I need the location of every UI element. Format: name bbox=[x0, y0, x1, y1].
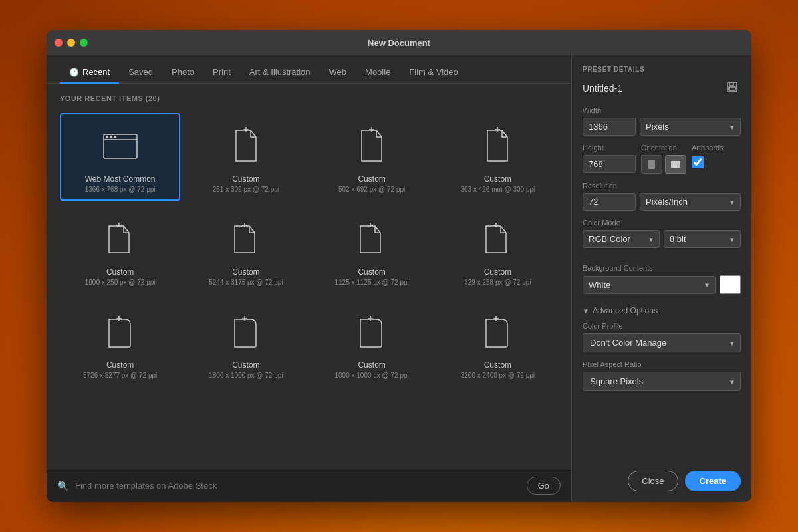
preset-icon-6 bbox=[348, 215, 395, 262]
preset-size-4: 1000 x 250 px @ 72 ppi bbox=[85, 279, 156, 286]
preset-item-5[interactable]: Custom 5244 x 3175 px @ 72 ppi bbox=[186, 206, 306, 294]
tab-print[interactable]: Print bbox=[203, 62, 240, 84]
color-mode-select[interactable]: RGB Color CMYK Color Grayscale Lab Color… bbox=[583, 230, 660, 248]
preset-icon-10 bbox=[348, 309, 395, 355]
preset-icon-11 bbox=[474, 309, 521, 355]
preset-icon-8 bbox=[97, 309, 144, 355]
preset-name-2: Custom bbox=[358, 174, 385, 184]
preset-icon-9 bbox=[223, 309, 269, 355]
preset-size-8: 5726 x 8277 px @ 72 ppi bbox=[83, 372, 157, 379]
preset-item-11[interactable]: Custom 3200 x 2400 px @ 72 ppi bbox=[438, 299, 558, 387]
preset-size-9: 1800 x 1000 px @ 72 ppi bbox=[209, 372, 283, 379]
search-bar: 🔍 Go bbox=[47, 469, 571, 502]
preset-name-8: Custom bbox=[106, 360, 134, 370]
preset-item-4[interactable]: Custom 1000 x 250 px @ 72 ppi bbox=[60, 206, 180, 294]
preset-item-9[interactable]: Custom 1800 x 1000 px @ 72 ppi bbox=[186, 299, 306, 387]
width-input[interactable] bbox=[583, 118, 636, 136]
tab-mobile-label: Mobile bbox=[365, 67, 390, 77]
tab-recent-label: Recent bbox=[82, 67, 110, 77]
height-input[interactable] bbox=[583, 155, 636, 173]
resolution-label: Resolution bbox=[583, 182, 741, 190]
svg-point-2 bbox=[106, 136, 108, 138]
preset-item-10[interactable]: Custom 1000 x 1000 px @ 72 ppi bbox=[312, 299, 432, 387]
tab-saved[interactable]: Saved bbox=[119, 62, 162, 84]
search-input[interactable] bbox=[75, 481, 520, 491]
bg-contents-select[interactable]: White Black Transparent Background Color… bbox=[583, 276, 716, 294]
titlebar: New Document bbox=[47, 30, 751, 55]
recent-area: YOUR RECENT ITEMS (20) bbox=[47, 84, 571, 469]
tab-saved-label: Saved bbox=[128, 67, 153, 77]
section-title: YOUR RECENT ITEMS (20) bbox=[60, 94, 558, 102]
preset-size-2: 502 x 692 px @ 72 ppi bbox=[338, 186, 405, 193]
tab-web[interactable]: Web bbox=[320, 62, 356, 84]
close-traffic-light[interactable] bbox=[55, 39, 63, 47]
preset-details-label: PRESET DETAILS bbox=[583, 66, 741, 73]
tab-photo-label: Photo bbox=[172, 67, 194, 77]
pixel-aspect-select[interactable]: Square Pixels D1/DV NTSC (0.9091) D1/DV … bbox=[583, 372, 741, 391]
tab-photo[interactable]: Photo bbox=[162, 62, 203, 84]
advanced-options-toggle[interactable]: ▼ Advanced Options bbox=[583, 306, 741, 315]
close-button[interactable]: Close bbox=[628, 471, 678, 491]
preset-item-0[interactable]: Web Most Common 1366 x 768 px @ 72 ppi bbox=[60, 113, 180, 201]
advanced-chevron-icon: ▼ bbox=[583, 307, 589, 315]
portrait-button[interactable] bbox=[641, 155, 662, 174]
resolution-field: Resolution Pixels/Inch Pixels/Centimeter… bbox=[583, 182, 741, 211]
width-unit-select[interactable]: Pixels Inches Centimeters Millimeters bbox=[640, 118, 741, 136]
preset-item-3[interactable]: Custom 303 x 426 mm @ 300 ppi bbox=[438, 113, 558, 201]
preset-item-1[interactable]: Custom 261 x 309 px @ 72 ppi bbox=[186, 113, 306, 201]
right-panel: PRESET DETAILS Untitled-1 Width bbox=[572, 55, 751, 502]
preset-size-3: 303 x 426 mm @ 300 ppi bbox=[460, 186, 535, 193]
bg-color-swatch[interactable] bbox=[720, 275, 741, 294]
preset-icon-2 bbox=[348, 122, 395, 169]
preset-name-1: Custom bbox=[232, 174, 259, 184]
preset-item-7[interactable]: Custom 329 x 258 px @ 72 ppi bbox=[438, 206, 558, 294]
new-document-window: New Document 🕐 Recent Saved Photo Print bbox=[47, 30, 751, 502]
preset-name-4: Custom bbox=[106, 267, 134, 277]
tab-art[interactable]: Art & Illustration bbox=[240, 62, 320, 84]
tab-film[interactable]: Film & Video bbox=[400, 62, 467, 84]
preset-name-0: Web Most Common bbox=[85, 174, 156, 184]
create-button[interactable]: Create bbox=[685, 471, 741, 491]
tab-print-label: Print bbox=[213, 67, 231, 77]
color-profile-select[interactable]: Don't Color Manage sRGB IEC61966-2.1 Ado… bbox=[583, 333, 741, 352]
preset-item-8[interactable]: Custom 5726 x 8277 px @ 72 ppi bbox=[60, 299, 180, 387]
preset-size-0: 1366 x 768 px @ 72 ppi bbox=[85, 186, 156, 193]
preset-name-10: Custom bbox=[358, 360, 385, 370]
tab-mobile[interactable]: Mobile bbox=[356, 62, 400, 84]
preset-name-field: Untitled-1 bbox=[583, 83, 622, 94]
height-orient-row: Height Orientation bbox=[583, 144, 741, 174]
go-button[interactable]: Go bbox=[527, 477, 561, 495]
resolution-unit-select[interactable]: Pixels/Inch Pixels/Centimeter bbox=[640, 193, 741, 211]
preset-name-row: Untitled-1 bbox=[583, 80, 741, 97]
window-title: New Document bbox=[368, 38, 430, 48]
preset-icon-7 bbox=[474, 215, 521, 262]
preset-name-9: Custom bbox=[232, 360, 259, 370]
preset-name-7: Custom bbox=[484, 267, 511, 277]
preset-icon-1 bbox=[223, 122, 269, 169]
width-label: Width bbox=[583, 106, 741, 114]
advanced-options-label: Advanced Options bbox=[593, 306, 658, 315]
landscape-button[interactable] bbox=[665, 155, 686, 174]
svg-rect-29 bbox=[729, 87, 735, 90]
preset-item-2[interactable]: Custom 502 x 692 px @ 72 ppi bbox=[312, 113, 432, 201]
recent-clock-icon: 🕐 bbox=[69, 68, 79, 77]
preset-icon-4 bbox=[97, 215, 144, 262]
tab-web-label: Web bbox=[329, 67, 347, 77]
main-content: 🕐 Recent Saved Photo Print Art & Illustr… bbox=[47, 55, 751, 502]
orientation-label: Orientation bbox=[641, 144, 686, 152]
svg-rect-0 bbox=[104, 134, 137, 158]
fullscreen-traffic-light[interactable] bbox=[80, 39, 88, 47]
save-preset-button[interactable] bbox=[724, 80, 741, 97]
artboards-checkbox[interactable] bbox=[692, 156, 704, 168]
color-mode-label: Color Mode bbox=[583, 219, 741, 227]
preset-size-10: 1000 x 1000 px @ 72 ppi bbox=[334, 372, 408, 379]
tab-recent[interactable]: 🕐 Recent bbox=[60, 62, 119, 84]
resolution-input[interactable] bbox=[583, 193, 636, 211]
left-panel: 🕐 Recent Saved Photo Print Art & Illustr… bbox=[47, 55, 571, 502]
color-profile-label: Color Profile bbox=[583, 322, 741, 330]
artboards-label: Artboards bbox=[692, 144, 724, 152]
preset-item-6[interactable]: Custom 1125 x 1125 px @ 72 ppi bbox=[312, 206, 432, 294]
color-depth-select[interactable]: 8 bit 16 bit 32 bit bbox=[664, 230, 741, 248]
minimize-traffic-light[interactable] bbox=[67, 39, 75, 47]
tab-film-label: Film & Video bbox=[409, 67, 458, 77]
